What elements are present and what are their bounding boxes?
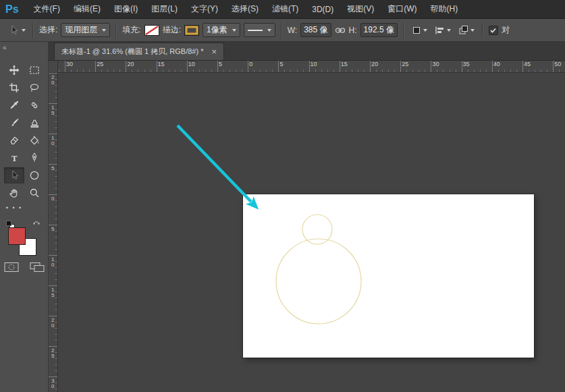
ruler-number: 50 <box>554 61 561 67</box>
ruler-tick <box>541 69 541 72</box>
menu-item[interactable]: 视图(V) <box>340 3 381 15</box>
path-selection-icon <box>8 25 19 36</box>
foreground-color-swatch[interactable] <box>8 227 26 245</box>
ruler-tick <box>498 69 499 72</box>
swap-colors-icon[interactable] <box>32 219 41 226</box>
paint-bucket-tool[interactable] <box>24 132 45 148</box>
ruler-tick <box>290 69 291 72</box>
ruler-tick <box>254 69 254 72</box>
ruler-tick <box>55 128 57 128</box>
horizontal-ruler[interactable]: 3025201510505101520253035404550 <box>58 61 565 73</box>
menu-item[interactable]: 帮助(H) <box>424 3 465 15</box>
fill-label: 填充: <box>122 24 140 36</box>
tool-buttons: T <box>4 62 45 213</box>
ruler-tick <box>55 109 57 110</box>
ruler-tick <box>49 103 57 104</box>
path-alignment-button[interactable] <box>433 24 453 36</box>
photoshop-window: Ps 文件(F)编辑(E)图像(I)图层(L)文字(Y)选择(S)滤镜(T)3D… <box>0 0 565 392</box>
rectangular-marquee-tool[interactable] <box>24 62 45 78</box>
close-tab-icon[interactable]: × <box>211 47 217 56</box>
menu-item[interactable]: 滤镜(T) <box>265 3 305 15</box>
ruler-number: 5 <box>219 61 222 67</box>
ellipse-shape-body <box>276 239 361 324</box>
path-operations-button[interactable] <box>410 24 429 36</box>
ruler-tick <box>49 73 57 74</box>
shape-width-field[interactable]: 385 像 <box>300 23 331 37</box>
pen-tool[interactable] <box>24 150 45 166</box>
ruler-tick <box>333 69 334 72</box>
ruler-tick <box>55 146 57 146</box>
ruler-tick <box>71 69 72 72</box>
ruler-tick <box>55 140 57 140</box>
current-tool-button[interactable] <box>7 24 27 36</box>
ruler-tick <box>119 69 120 72</box>
screen-mode-icon[interactable] <box>30 262 45 273</box>
ruler-tick <box>77 69 78 72</box>
shape-height-field[interactable]: 192.5 像 <box>360 23 398 37</box>
path-arrangement-button[interactable] <box>456 24 477 36</box>
menu-item[interactable]: 3D(D) <box>305 5 340 14</box>
vertical-ruler[interactable]: 2 01 51 05051 01 52 02 53 0 <box>49 73 58 392</box>
ruler-tick <box>169 69 169 72</box>
ruler-number: 5 <box>279 61 283 67</box>
paint-bucket-icon <box>29 135 40 146</box>
ruler-number: 0 <box>249 61 252 67</box>
brush-tool[interactable] <box>4 115 24 131</box>
ruler-tick <box>394 69 395 72</box>
align-edges-checkbox[interactable] <box>489 26 498 35</box>
stroke-swatch[interactable] <box>184 25 199 36</box>
crop-tool[interactable] <box>4 80 24 96</box>
ruler-tick <box>65 61 65 72</box>
clone-stamp-tool[interactable] <box>24 115 45 131</box>
ruler-tick <box>55 182 57 183</box>
ruler-tick <box>55 291 57 292</box>
menu-item[interactable]: 图层(L) <box>144 3 184 15</box>
move-icon <box>9 65 20 76</box>
ellipse-shape-tool[interactable] <box>24 167 45 184</box>
menu-item[interactable]: 文件(F) <box>27 3 67 15</box>
eraser-tool[interactable] <box>4 132 24 148</box>
ruler-tick <box>352 69 352 72</box>
ruler-tick <box>199 69 200 72</box>
document-canvas[interactable] <box>243 194 534 358</box>
lasso-tool[interactable] <box>24 80 45 96</box>
select-mode-dropdown[interactable]: 现用图层 <box>61 23 110 37</box>
ruler-tick <box>55 389 57 389</box>
ruler-number: 35 <box>463 61 470 67</box>
default-foreground-swatch <box>6 221 11 226</box>
ruler-tick <box>113 69 114 72</box>
stroke-width-dropdown[interactable]: 1像素 <box>203 23 240 37</box>
menu-item[interactable]: 选择(S) <box>225 3 265 15</box>
more-tools-button[interactable]: • • • <box>4 202 24 213</box>
quick-mask-icon[interactable] <box>4 262 19 273</box>
hand-tool[interactable] <box>4 185 24 201</box>
menu-items: 文件(F)编辑(E)图像(I)图层(L)文字(Y)选择(S)滤镜(T)3D(D)… <box>27 0 465 18</box>
canvas-area[interactable] <box>58 73 565 392</box>
ruler-tick <box>340 61 340 72</box>
menu-item[interactable]: 文字(Y) <box>184 3 225 15</box>
chevron-down-icon <box>267 29 271 32</box>
stroke-type-dropdown[interactable] <box>244 23 275 37</box>
ruler-tick <box>55 219 57 219</box>
zoom-tool[interactable] <box>24 185 45 201</box>
ruler-number: 1 0 <box>51 257 54 267</box>
ruler-tick <box>144 69 145 72</box>
move-tool[interactable] <box>4 62 24 78</box>
type-tool[interactable]: T <box>4 150 24 166</box>
tool-options-bar: 选择: 现用图层 填充: 描边: 1像素 <box>0 19 565 42</box>
spot-healing-tool[interactable] <box>24 97 45 113</box>
collapse-panel-button[interactable]: « <box>3 44 6 51</box>
ruler-number: 10 <box>188 61 195 67</box>
menu-item[interactable]: 编辑(E) <box>67 3 107 15</box>
ruler-tick <box>126 61 126 72</box>
ruler-tick <box>272 69 273 72</box>
link-dimensions-icon[interactable] <box>335 27 346 34</box>
ruler-number: 10 <box>311 61 317 67</box>
menu-item[interactable]: 窗口(W) <box>381 3 423 15</box>
ruler-tick <box>49 376 57 377</box>
menu-item[interactable]: 图像(I) <box>107 3 144 15</box>
document-tab[interactable]: 未标题-1 @ 31.6% (椭圆 1 拷贝, RGB/8#) * × <box>54 43 224 60</box>
path-selection-tool[interactable] <box>4 167 24 184</box>
eyedropper-tool[interactable] <box>4 97 24 113</box>
fill-swatch[interactable] <box>144 25 159 36</box>
